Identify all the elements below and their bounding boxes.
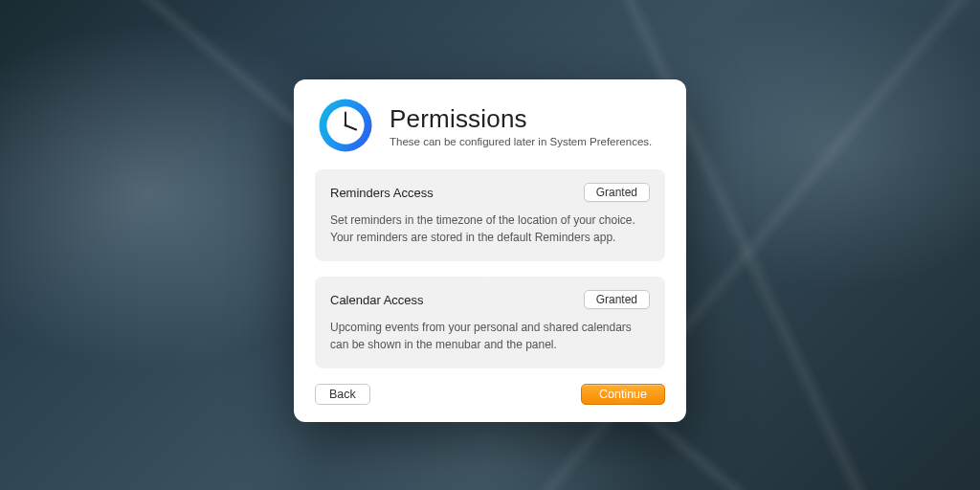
permission-card-reminders: Reminders Access Granted Set reminders i… [315,169,665,261]
permission-card-calendar: Calendar Access Granted Upcoming events … [315,277,665,368]
svg-point-4 [345,124,347,127]
card-header: Reminders Access Granted [330,183,650,202]
permission-description: Upcoming events from your personal and s… [330,319,650,353]
back-button[interactable]: Back [315,384,370,405]
permission-title: Reminders Access [330,186,434,200]
granted-badge[interactable]: Granted [584,290,650,309]
header-text: Permissions These can be configured late… [390,104,652,147]
dialog-header: Permissions These can be configured late… [315,99,665,152]
card-header: Calendar Access Granted [330,290,650,309]
dialog-footer: Back Continue [315,384,665,405]
permissions-dialog: Permissions These can be configured late… [294,79,686,422]
dialog-title: Permissions [390,104,652,134]
desktop-background: Permissions These can be configured late… [0,0,980,490]
continue-button[interactable]: Continue [581,384,665,405]
permission-description: Set reminders in the timezone of the loc… [330,212,650,246]
clock-app-icon [319,99,372,152]
dialog-subtitle: These can be configured later in System … [390,136,652,147]
granted-badge[interactable]: Granted [584,183,650,202]
permission-title: Calendar Access [330,293,424,307]
